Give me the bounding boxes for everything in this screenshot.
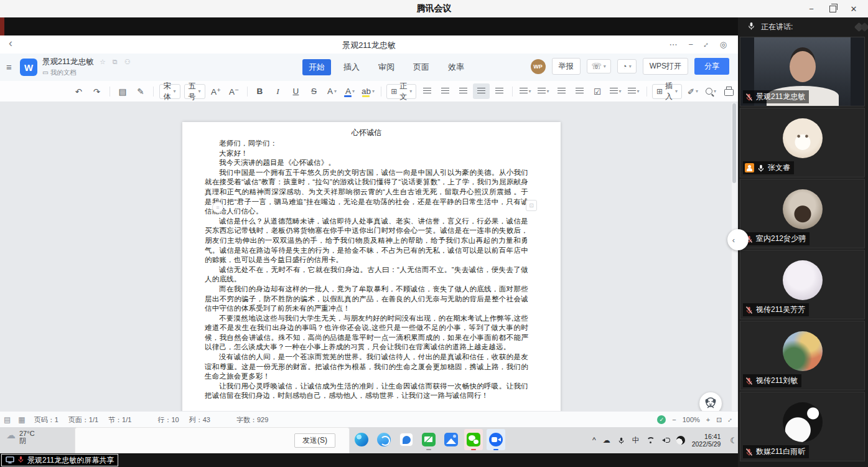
paste-button[interactable]: ▤ xyxy=(114,83,131,99)
docs-app-icon[interactable] xyxy=(442,429,460,450)
report-button[interactable]: 举报 xyxy=(552,58,581,75)
wps-writer-logo-icon[interactable]: W xyxy=(20,59,37,76)
participant-tile[interactable]: 张文睿 xyxy=(740,108,865,177)
tray-volume-icon[interactable] xyxy=(662,436,670,444)
weather-widget[interactable]: ☁ 27°C 阴 xyxy=(6,430,35,445)
edge-app-icon[interactable] xyxy=(352,429,371,450)
highlight-color-button[interactable]: ab xyxy=(360,83,376,99)
participant-name: 数媒211白雨昕 xyxy=(756,446,805,457)
wps-resize-button[interactable]: ↕ xyxy=(702,40,711,49)
participant-tile[interactable]: 室内212贠少骋 xyxy=(740,179,865,248)
insert-button[interactable]: ⊞插入 xyxy=(652,84,682,99)
wechat-app-icon[interactable] xyxy=(464,429,483,450)
tab-页面[interactable]: 页面 xyxy=(407,59,436,75)
tab-插入[interactable]: 插入 xyxy=(337,59,366,75)
phone-icon: ☏ xyxy=(592,62,602,71)
align-right-button[interactable] xyxy=(455,83,472,99)
more-menu-button[interactable]: ⋯ xyxy=(670,40,678,49)
restore-button[interactable] xyxy=(822,0,843,17)
bullet-list-button[interactable] xyxy=(607,83,624,99)
folder-icon: ▭ xyxy=(42,68,49,76)
distribute-button[interactable] xyxy=(491,83,508,99)
share-button[interactable]: 分享 xyxy=(694,58,729,75)
bold-button[interactable]: B xyxy=(251,83,268,99)
fit-page-button[interactable]: ⊡ xyxy=(716,416,722,424)
vertical-scrollbar[interactable] xyxy=(732,103,737,427)
meeting-app-icon[interactable] xyxy=(487,429,505,450)
strikethrough-button[interactable]: S xyxy=(306,83,322,99)
tab-效率[interactable]: 效率 xyxy=(442,59,470,75)
spellcheck-icon[interactable]: ✓ xyxy=(657,415,666,424)
scrollbar-thumb[interactable] xyxy=(732,103,736,183)
find-button[interactable] xyxy=(702,83,719,99)
tray-clock[interactable]: 16:41 2022/5/29 xyxy=(692,433,721,448)
text-effects-button[interactable]: A xyxy=(324,83,340,99)
font-name-button[interactable]: 宋体 xyxy=(159,84,180,99)
increase-font-button[interactable]: A⁺ xyxy=(208,83,225,99)
participant-tile[interactable]: 视传211刘敏 xyxy=(740,321,865,390)
participant-tile[interactable]: 数媒211白雨昕 xyxy=(740,392,865,461)
participant-name: 视传211刘敏 xyxy=(756,375,798,386)
participant-tile[interactable]: 景观211龙忠敏 xyxy=(740,37,865,106)
undo-button[interactable]: ↶ xyxy=(70,83,87,99)
participant-tile[interactable]: 视传211吴芳芳 xyxy=(740,250,865,319)
justify-button[interactable] xyxy=(473,83,490,99)
tray-chevron-up-icon[interactable]: ^ xyxy=(592,436,596,445)
tray-microphone-icon[interactable] xyxy=(617,436,625,445)
decrease-font-button[interactable]: A⁻ xyxy=(226,83,243,99)
quick-tools-button[interactable]: ✐ xyxy=(684,83,701,99)
status-line: 行：10 xyxy=(157,415,179,425)
share-banner-chip[interactable]: 景观211龙忠敏的屏幕共享 xyxy=(1,454,118,466)
redo-button[interactable]: ↷ xyxy=(88,83,105,99)
zoom-level[interactable]: 100% xyxy=(683,416,700,423)
send-button[interactable]: 发送(S) xyxy=(294,433,335,448)
tray-cloud-icon[interactable]: ☁ xyxy=(603,436,610,445)
margin-edit-handle[interactable]: ⊡ xyxy=(526,200,537,211)
record-button[interactable]: ◎ xyxy=(720,40,727,49)
underline-button[interactable]: U xyxy=(287,83,304,99)
document-paragraph: 而在我们的身边却有这样的一批人，竟为了牟取暴利，不顾诚信，丧失了做人的底线，面对… xyxy=(205,285,528,314)
align-left-button[interactable] xyxy=(419,83,436,99)
wps-minimize-button[interactable]: − xyxy=(689,40,694,49)
align-center-button[interactable] xyxy=(437,83,454,99)
paragraph-settings-button[interactable] xyxy=(535,83,552,99)
fullscreen-button[interactable]: ↕ xyxy=(726,416,734,423)
font-color-button[interactable]: A xyxy=(342,83,358,99)
zoom-out-button[interactable]: − xyxy=(672,416,676,423)
line-spacing-button[interactable] xyxy=(517,83,534,99)
account-avatar[interactable]: WP xyxy=(531,59,546,74)
italic-button[interactable]: I xyxy=(269,83,286,99)
checkbox-list-button[interactable]: ☑ xyxy=(589,83,606,99)
tab-审阅[interactable]: 审阅 xyxy=(372,59,401,75)
minimize-button[interactable]: − xyxy=(801,0,822,17)
tray-ime-indicator[interactable]: 中 xyxy=(632,435,640,446)
panel-collapse-handle[interactable]: ‹ xyxy=(727,229,749,250)
print-button[interactable] xyxy=(721,83,737,99)
browser-app-icon[interactable] xyxy=(375,429,393,450)
mail-app-icon[interactable] xyxy=(419,429,438,450)
wps-open-button[interactable]: WPS打开 xyxy=(643,58,688,75)
shared-screen-black-strip xyxy=(0,17,738,35)
doc-action-icons[interactable]: ☆ ⧉ ⚇ xyxy=(100,58,133,65)
explorer-app-icon[interactable] xyxy=(397,429,416,450)
close-button[interactable]: ✕ xyxy=(843,0,864,17)
menu-icon[interactable]: ≡ xyxy=(6,62,12,72)
format-painter-button[interactable]: ✎ xyxy=(132,83,149,99)
view-mode-icon-2[interactable]: ▦ xyxy=(18,415,25,424)
font-size-button[interactable]: 五号 xyxy=(184,84,205,99)
view-mode-icon-1[interactable]: ▤ xyxy=(4,415,11,424)
margin-comment-handle[interactable]: ≡ xyxy=(212,202,223,213)
increase-indent-button[interactable] xyxy=(571,83,588,99)
document-page[interactable]: 心怀诚信 老师们，同学们：大家好！我今天演讲的题目是《心怀诚信》。我们中国是一个… xyxy=(182,122,561,428)
tray-moon-icon[interactable]: ☾ xyxy=(730,436,737,445)
tray-app-icon[interactable] xyxy=(676,436,685,445)
history-button[interactable]: ◔▾ xyxy=(617,59,637,73)
zoom-in-button[interactable]: + xyxy=(706,416,710,423)
numbered-list-button[interactable] xyxy=(625,83,642,99)
decrease-indent-button[interactable] xyxy=(553,83,570,99)
call-button[interactable]: ☏▾ xyxy=(587,59,611,73)
paragraph-style-button[interactable]: ⊞正文 xyxy=(386,84,416,99)
tray-wifi-icon[interactable] xyxy=(646,437,655,444)
tab-开始[interactable]: 开始 xyxy=(302,59,331,75)
tray-date: 2022/5/29 xyxy=(692,440,721,448)
